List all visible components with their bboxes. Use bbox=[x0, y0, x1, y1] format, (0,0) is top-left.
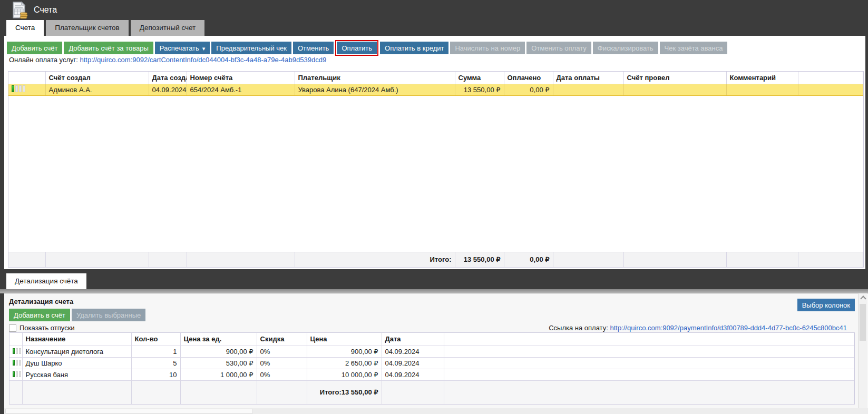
det-col-price[interactable]: Цена bbox=[307, 333, 382, 346]
det-cell-price: 10 000,00 ₽ bbox=[307, 369, 382, 380]
detail-row[interactable]: Консультация диетолога 1 900,00 ₽ 0% 900… bbox=[9, 346, 854, 357]
detail-row[interactable]: Русская баня 10 1 000,00 ₽ 0% 10 000,00 … bbox=[9, 369, 854, 380]
col-filler bbox=[798, 72, 863, 84]
det-cell-date: 04.09.2024 bbox=[382, 369, 444, 380]
det-cell-service: Русская баня bbox=[22, 369, 131, 380]
cell-created-date: 04.09.2024 bbox=[149, 84, 187, 95]
splitter-bar[interactable] bbox=[0, 289, 868, 293]
payment-link-line: Ссылка на оплату: http://quirco.com:9092… bbox=[549, 324, 847, 332]
det-cell-price: 900,00 ₽ bbox=[307, 346, 382, 357]
det-col-unit-price[interactable]: Цена за ед. bbox=[180, 333, 257, 346]
invoices-panel: Добавить счёт Добавить счёт за товары Ра… bbox=[4, 36, 865, 269]
col-number[interactable]: Номер счёта bbox=[187, 72, 295, 84]
window-title: Счета bbox=[34, 0, 57, 20]
show-vacations-checkbox[interactable] bbox=[9, 324, 16, 332]
add-to-invoice-button[interactable]: Добавить в счёт bbox=[9, 309, 70, 321]
pay-button-highlight: Оплатить bbox=[335, 40, 378, 56]
col-created-date[interactable]: Дата создани bbox=[149, 72, 187, 84]
payment-link[interactable]: http://quirco.com:9092/paymentInfo/d3f00… bbox=[610, 324, 847, 332]
cell-number: 654/2024 Амб.-1 bbox=[187, 84, 295, 95]
row-status-icon bbox=[13, 360, 22, 366]
det-cell-date: 04.09.2024 bbox=[382, 357, 444, 369]
col-comment[interactable]: Комментарий bbox=[726, 72, 798, 84]
detail-vertical-scrollbar[interactable] bbox=[858, 293, 867, 408]
footer-total-sum: 13 550,00 ₽ bbox=[455, 252, 504, 267]
det-cell-discount: 0% bbox=[257, 357, 307, 369]
col-pay-date[interactable]: Дата оплаты bbox=[553, 72, 623, 84]
col-sum[interactable]: Сумма bbox=[455, 72, 504, 84]
col-created-by[interactable]: Счёт создал bbox=[45, 72, 149, 84]
cell-comment bbox=[726, 84, 798, 95]
title-bar: Счета bbox=[0, 0, 868, 20]
cell-payer: Уварова Алина (647/2024 Амб.) bbox=[295, 84, 455, 95]
det-cell-discount: 0% bbox=[257, 346, 307, 357]
row-status-icon bbox=[12, 85, 25, 92]
detail-total: Итого:13 550,00 ₽ bbox=[307, 380, 382, 404]
detail-panel: Детализация счета Выбор колонок Добавить… bbox=[4, 293, 868, 408]
detail-row[interactable]: Душ Шарко 5 530,00 ₽ 0% 2 650,00 ₽ 04.09… bbox=[9, 357, 854, 369]
invoices-table-head: Счёт создал Дата создани Номер счёта Пла… bbox=[8, 72, 863, 96]
main-tabs: Счета Плательщик счетов Депозитный счет bbox=[6, 20, 204, 36]
payment-link-label: Ссылка на оплату: bbox=[549, 324, 608, 332]
dropdown-caret-icon bbox=[202, 44, 206, 52]
det-col-date[interactable]: Дата bbox=[382, 333, 444, 346]
add-goods-invoice-button[interactable]: Добавить счёт за товары bbox=[64, 42, 153, 54]
cancel-button[interactable]: Отменить bbox=[293, 42, 334, 54]
det-cell-unit-price: 1 000,00 ₽ bbox=[180, 369, 257, 380]
add-invoice-button[interactable]: Добавить счёт bbox=[7, 42, 62, 54]
col-indicator bbox=[8, 72, 45, 84]
cell-pay-date bbox=[553, 84, 623, 95]
online-payment-line: Онлайн оплата услуг: http://quirco.com:9… bbox=[9, 56, 326, 64]
tab-deposit-account[interactable]: Депозитный счет bbox=[131, 20, 205, 36]
detail-grid: Назначение Кол-во Цена за ед. Скидка Цен… bbox=[9, 332, 855, 405]
det-cell-quantity: 5 bbox=[131, 357, 180, 369]
det-col-indicator bbox=[9, 333, 22, 346]
vertical-scroll-thumb[interactable] bbox=[860, 304, 866, 341]
det-cell-quantity: 1 bbox=[131, 346, 180, 357]
scroll-up-icon[interactable] bbox=[861, 295, 865, 300]
horizontal-scroll-thumb[interactable] bbox=[5, 409, 253, 413]
cancel-payment-button: Отменить оплату bbox=[526, 42, 591, 54]
invoices-toolbar: Добавить счёт Добавить счёт за товары Ра… bbox=[7, 40, 727, 56]
fiscalize-button: Фискализировать bbox=[593, 42, 658, 54]
col-processed-by[interactable]: Счёт провел bbox=[623, 72, 726, 84]
tab-invoices[interactable]: Счета bbox=[6, 20, 44, 36]
col-payer[interactable]: Плательщик bbox=[295, 72, 455, 84]
print-button[interactable]: Распечатать bbox=[155, 42, 210, 54]
horizontal-scrollbar[interactable] bbox=[4, 408, 868, 414]
det-col-filler bbox=[444, 333, 854, 346]
remove-selected-button: Удалить выбранные bbox=[72, 309, 145, 321]
det-cell-service: Душ Шарко bbox=[22, 357, 131, 369]
invoices-table-footer: Итого: 13 550,00 ₽ 0,00 ₽ bbox=[8, 252, 863, 268]
choose-columns-button[interactable]: Выбор колонок bbox=[797, 299, 855, 311]
footer-total-label: Итого: bbox=[295, 252, 455, 267]
cell-processed-by bbox=[623, 84, 726, 95]
cell-sum: 13 550,00 ₽ bbox=[455, 84, 504, 95]
det-cell-quantity: 10 bbox=[131, 369, 180, 380]
show-vacations-label: Показать отпуски bbox=[19, 324, 75, 332]
invoice-row-selected[interactable]: Админов А.А. 04.09.2024 654/2024 Амб.-1 … bbox=[8, 84, 863, 95]
row-status-icon bbox=[13, 348, 22, 354]
detail-toolbar: Добавить в счёт Удалить выбранные bbox=[9, 309, 145, 321]
pay-credit-button[interactable]: Оплатить в кредит bbox=[380, 42, 448, 54]
tab-invoice-detail[interactable]: Детализация счёта bbox=[6, 273, 86, 289]
cell-paid: 0,00 ₽ bbox=[504, 84, 553, 95]
detail-title: Детализация счета bbox=[9, 298, 73, 305]
online-payment-link[interactable]: http://quirco.com:9092/cartContentInfo/d… bbox=[80, 56, 327, 64]
col-paid[interactable]: Оплачено bbox=[504, 72, 553, 84]
print-button-label: Распечатать bbox=[160, 44, 199, 52]
det-col-quantity[interactable]: Кол-во bbox=[131, 333, 180, 346]
show-vacations-line: Показать отпуски bbox=[9, 324, 75, 332]
det-cell-discount: 0% bbox=[257, 369, 307, 380]
preliminary-check-button[interactable]: Предварительный чек bbox=[211, 42, 291, 54]
online-payment-label: Онлайн оплата услуг: bbox=[9, 56, 78, 64]
advance-check-button: Чек зачёта аванса bbox=[660, 42, 728, 54]
pay-button[interactable]: Оплатить bbox=[337, 42, 377, 54]
det-col-discount[interactable]: Скидка bbox=[257, 333, 307, 346]
tab-invoice-payer[interactable]: Плательщик счетов bbox=[46, 20, 129, 36]
det-cell-date: 04.09.2024 bbox=[382, 346, 444, 357]
det-cell-service: Консультация диетолога bbox=[22, 346, 131, 357]
invoice-coins-icon bbox=[9, 1, 28, 20]
det-col-service[interactable]: Назначение bbox=[22, 333, 131, 346]
invoices-grid: Счёт создал Дата создани Номер счёта Пла… bbox=[8, 71, 864, 268]
